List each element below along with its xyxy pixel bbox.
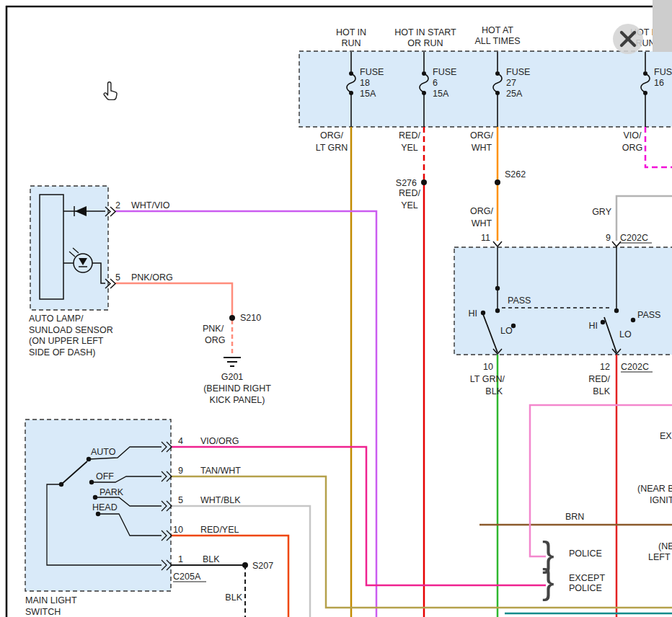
partial-label-ex: EX — [660, 431, 672, 441]
ground-label-g201: G201 — [221, 372, 244, 382]
wire-label: WHT — [472, 218, 492, 228]
wire-label: WHT — [472, 143, 492, 153]
fuse-name: FUSE — [433, 67, 456, 77]
supply-label: HOT IN START — [394, 27, 456, 37]
wiring-diagram-viewer: HOT IN RUN HOT IN START OR RUN HOT AT AL… — [0, 0, 672, 617]
wire-label: RED/ — [399, 188, 420, 198]
supply-label: ALL TIMES — [474, 36, 520, 46]
position-label-off: OFF — [96, 471, 114, 481]
sensor-caption: AUTO LAMP/ — [29, 314, 84, 324]
wire-label-gry: GRY — [592, 207, 612, 217]
wire-label: ORG — [205, 335, 225, 345]
contact-hi-right — [601, 320, 605, 324]
partial-label-ne: (NE — [658, 541, 672, 551]
fuse-amps: 25A — [506, 89, 523, 99]
pin-number-9: 9 — [178, 466, 183, 476]
wire-label-red-blk: RED/ — [588, 374, 610, 384]
pin-number-11: 11 — [481, 233, 490, 243]
close-button[interactable] — [613, 24, 643, 54]
switch-pivot — [59, 482, 63, 487]
wire-label: YEL — [401, 200, 418, 210]
position-label-park: PARK — [100, 487, 124, 497]
connector-label-c202c-top[interactable]: C202C — [620, 233, 648, 243]
pin-number-12: 12 — [600, 362, 610, 372]
wire-label: PNK/ — [203, 324, 224, 334]
label-lo-left: LO — [500, 326, 513, 336]
sensor-caption: (ON UPPER LEFT — [29, 336, 104, 346]
fuse-amps: 15A — [360, 89, 376, 99]
wire-label-red-blk: BLK — [593, 386, 610, 396]
wire-label: ORG/ — [470, 206, 493, 216]
pin-number-5: 5 — [115, 272, 120, 283]
position-label-head: HEAD — [92, 502, 118, 512]
fuse-number: 6 — [433, 78, 438, 88]
wire-label-tan-wht: TAN/WHT — [200, 466, 241, 476]
label-pass-left: PASS — [508, 296, 531, 306]
wire-label-pnk-org: PNK/ORG — [131, 272, 173, 283]
sunload-sensor-box — [30, 186, 108, 310]
wire-label-blk-bottom: BLK — [225, 592, 242, 603]
wire-label-ltgrn-blk: BLK — [485, 386, 503, 396]
connector-label-c202c-bottom[interactable]: C202C — [621, 362, 649, 372]
fuse-name: FUSE — [360, 67, 384, 77]
sensor-caption: SUNLOAD SENSOR — [29, 325, 113, 335]
wire-label: ORG/ — [320, 130, 343, 141]
partial-label-ignit: IGNIT — [650, 495, 672, 505]
contact-pass-right — [631, 318, 635, 322]
position-label-auto: AUTO — [91, 447, 116, 457]
wire-label: ORG — [622, 143, 642, 153]
label-except: EXCEPT — [569, 573, 605, 583]
contact-auto — [87, 457, 91, 461]
switch-caption: SWITCH — [25, 607, 61, 617]
supply-label: HOT IN — [336, 27, 366, 37]
splice-dot-s276 — [421, 179, 427, 185]
label-hi-right: HI — [589, 321, 598, 331]
contact-park — [93, 495, 97, 500]
sensor-caption: SIDE OF DASH) — [29, 347, 95, 358]
wire-label-red-yel: RED/YEL — [200, 525, 239, 535]
splice-dot-s262 — [495, 179, 500, 185]
wire-label-ltgrn-blk: LT GRN/ — [470, 374, 505, 384]
label-police: POLICE — [569, 549, 602, 559]
partial-label-left: LEFT F — [648, 552, 672, 562]
viewer-chrome-corner — [653, 0, 672, 52]
supply-label: HOT AT — [482, 25, 513, 35]
splice-label-s276: S276 — [396, 178, 417, 188]
splice-dot-s207 — [242, 562, 248, 568]
wire-label-vio-org: VIO/ORG — [200, 436, 239, 446]
label-except-police: POLICE — [569, 583, 602, 593]
fuse-number: 16 — [654, 78, 664, 88]
pin-number-4: 4 — [178, 436, 183, 446]
wire-label-wht-vio: WHT/VIO — [131, 200, 170, 210]
fuse-box — [299, 51, 672, 127]
dimmer-switch-box — [454, 247, 672, 355]
fuse-name: FUSE — [654, 67, 672, 77]
pin-number-5: 5 — [178, 495, 183, 505]
wire-label: VIO/ — [623, 130, 642, 141]
switch-caption: MAIN LIGHT — [25, 595, 77, 605]
wire-label: YEL — [401, 143, 418, 153]
splice-dot-s210 — [229, 315, 235, 321]
connector-label-c205a[interactable]: C205A — [173, 572, 201, 582]
wire-label: LT GRN — [316, 143, 348, 153]
contact-off — [89, 480, 94, 484]
pin-number-9: 9 — [606, 233, 611, 243]
splice-label-s262: S262 — [505, 169, 526, 179]
wire-label-brn: BRN — [565, 512, 584, 522]
ground-location: KICK PANEL) — [210, 395, 265, 405]
splice-label-s210: S210 — [240, 313, 261, 323]
pin-number-10: 10 — [173, 525, 183, 535]
supply-label: OR RUN — [407, 38, 443, 48]
label-pass-right: PASS — [637, 310, 660, 320]
pin-number-1: 1 — [178, 554, 183, 564]
wire-label: RED/ — [399, 130, 420, 141]
fuse-amps: 15A — [433, 89, 449, 99]
fuse-number: 27 — [506, 78, 516, 88]
supply-label: RUN — [341, 38, 361, 48]
ground-location: (BEHIND RIGHT — [203, 383, 271, 394]
splice-label-s207: S207 — [252, 561, 273, 571]
fuse-name: FUSE — [506, 67, 530, 77]
label-hi-left: HI — [469, 308, 478, 319]
brace-except-police: } — [542, 561, 554, 602]
pin-number-10: 10 — [483, 362, 493, 372]
